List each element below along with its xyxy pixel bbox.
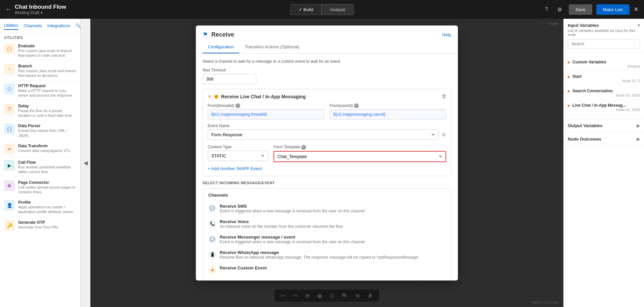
- sidebar-search-icon[interactable]: 🔍: [76, 23, 81, 28]
- custom-variables-item: ▶ Custom Variables [F4464]: [568, 57, 640, 71]
- modal-help-link[interactable]: Help: [442, 32, 451, 37]
- form-template-select[interactable]: Chat_Template: [273, 151, 446, 162]
- whatsapp-channel-name: Receive WhatsApp message: [220, 250, 420, 255]
- form-template-info-icon[interactable]: i: [301, 145, 306, 150]
- voice-channel-desc: An inbound voice on the number from the …: [220, 224, 343, 229]
- sidebar-item-generate-otp[interactable]: 🔑 Generate OTP Generate One Time PIN.: [0, 217, 80, 234]
- flow-name: Chat Inbound Flow: [15, 4, 66, 10]
- help-icon-button[interactable]: ?: [542, 5, 551, 14]
- sidebar-tabs: Utilities Channels Integrations 🔍: [0, 19, 80, 33]
- input-variables-collapse-icon[interactable]: ▾: [638, 23, 640, 28]
- channel-custom-event[interactable]: ★ Receive Custom Event: [208, 263, 445, 277]
- evaluate-icon: { }: [4, 44, 15, 54]
- tab-build[interactable]: ✓ Build: [290, 4, 322, 15]
- modal-tab-transition[interactable]: Transition Actions (Optional): [239, 41, 305, 53]
- max-timeout-input[interactable]: [203, 74, 256, 84]
- threadid-info-icon[interactable]: i: [235, 103, 240, 108]
- start-node-header[interactable]: ▶ Start: [568, 74, 640, 79]
- event-name-group: Event Name Form Response ✕: [208, 123, 446, 140]
- modal-description: Select a channel to wait for a message o…: [203, 59, 451, 64]
- custom-variables-section: ▶ Custom Variables [F4464] ▶ Start Node …: [564, 53, 644, 119]
- from-userid-input[interactable]: [330, 109, 446, 119]
- channel-messenger[interactable]: 💬 Receive Messenger message / event Even…: [208, 232, 445, 247]
- form-template-label: Form Template i: [273, 145, 446, 150]
- from-threadid-label: From(threadid) i: [208, 103, 324, 108]
- modal-header: ⚑ Receive Help: [196, 25, 458, 38]
- back-button[interactable]: ←: [5, 6, 11, 13]
- sidebar-item-branch[interactable]: ⑂ Branch Run custom Java script and bran…: [0, 61, 80, 81]
- sidebar-item-profile[interactable]: 👤 Profile Apply operations on master / a…: [0, 197, 80, 217]
- input-variables-search[interactable]: [568, 39, 640, 49]
- top-bar-tabs: ✓ Build Analyse: [290, 4, 354, 15]
- content-type-row: Content Type STATIC Form Template: [208, 145, 446, 162]
- make-live-button[interactable]: Make Live: [596, 4, 630, 15]
- content-type-label: Content Type: [208, 145, 268, 149]
- sidebar-item-delay[interactable]: ⏱ Delay Pause the flow for a preset dura…: [0, 101, 80, 121]
- profile-icon: 👤: [4, 200, 15, 211]
- branch-desc: Run custom Java script and branch flow b…: [18, 68, 76, 78]
- output-variables-section: Output Variables ▶: [564, 119, 644, 133]
- input-variables-section: Input Variables ▾ List of variables avai…: [564, 19, 644, 53]
- from-threadid-input[interactable]: [208, 109, 324, 119]
- add-inapp-event-button[interactable]: + Add Another INAPP Event: [208, 166, 262, 171]
- search-conversation-header[interactable]: ▶ Search Conversation: [568, 89, 640, 93]
- custom-variables-header[interactable]: ▶ Custom Variables: [568, 60, 640, 64]
- sidebar-item-page-connector[interactable]: ⊕ Page Connector Link nodes spread acros…: [0, 177, 80, 198]
- content-type-select[interactable]: STATIC: [208, 151, 268, 161]
- branch-name: Branch: [18, 64, 76, 68]
- start-node-id: Node ID: 2: [568, 79, 640, 83]
- messenger-channel-icon: 💬: [208, 235, 216, 243]
- sms-channel-name: Receive SMS: [220, 204, 365, 209]
- top-bar-left: ← Chat Inbound Flow Working Draft ▾: [5, 4, 66, 15]
- inapp-collapse-icon[interactable]: ▼: [208, 94, 212, 99]
- inapp-from-row: From(threadid) i From(userId) i: [208, 103, 446, 119]
- sidebar-item-data-parser[interactable]: { } Data Parser Extract key-values from …: [0, 121, 80, 141]
- messenger-channel-desc: Event is triggered when a new message is…: [220, 240, 365, 244]
- inapp-delete-button[interactable]: 🗑: [441, 93, 447, 99]
- messenger-channel-text: Receive Messenger message / event Event …: [220, 235, 365, 244]
- settings-icon-button[interactable]: ⚙: [555, 5, 565, 14]
- node-outcomes-section: Node Outcomes ▶: [564, 133, 644, 146]
- node-outcomes-arrow[interactable]: ▶: [637, 137, 640, 142]
- output-variables-arrow[interactable]: ▶: [637, 123, 640, 128]
- channel-voice[interactable]: 📞 Receive Voice An inbound voice on the …: [208, 216, 445, 232]
- custom-event-channel-name: Receive Custom Event: [220, 265, 267, 270]
- sidebar-tab-channels[interactable]: Channels: [24, 22, 42, 30]
- data-parser-icon: { }: [4, 123, 15, 134]
- profile-desc: Apply operations on master / application…: [18, 205, 76, 214]
- select-incoming-section: SELECT INCOMING MESSAGE/EVENT Channels 💬…: [203, 181, 451, 280]
- channel-sms[interactable]: 💬 Receive SMS Event is triggered when a …: [208, 201, 445, 216]
- sidebar-tab-utilities[interactable]: Utilities: [4, 21, 18, 30]
- custom-variables-id: [F4464]: [568, 64, 640, 68]
- top-bar-right: ? ⚙ Save Make Live ✕: [542, 4, 639, 15]
- live-chat-header[interactable]: ▶ Live Chat / In-App Messag...: [568, 103, 640, 108]
- sidebar-item-evaluate[interactable]: { } Evaluate Run custom java script to b…: [0, 41, 80, 61]
- event-name-select[interactable]: Form Response: [208, 130, 438, 140]
- sidebar-item-http-request[interactable]: ⬡ HTTP Request Make a HTTP request to yo…: [0, 81, 80, 101]
- modal-tab-configuration[interactable]: Configuration: [203, 41, 239, 53]
- whatsapp-channel-icon: 📱: [208, 251, 216, 259]
- voice-channel-icon: 📞: [208, 220, 216, 228]
- userid-info-icon[interactable]: i: [354, 103, 359, 108]
- event-name-clear-button[interactable]: ✕: [441, 131, 446, 139]
- sidebar: Utilities Channels Integrations 🔍 UTILIT…: [0, 19, 81, 307]
- sidebar-tab-integrations[interactable]: Integrations: [47, 22, 70, 30]
- warning-dot-icon: [214, 95, 218, 99]
- call-flow-name: Call Flow: [18, 160, 76, 165]
- sidebar-collapse-button[interactable]: ◀: [81, 19, 90, 307]
- tab-analyse[interactable]: Analyse: [321, 4, 354, 15]
- max-timeout-label: Max Timeout: [203, 68, 451, 72]
- whatsapp-channel-desc: Resume flow on inbound WhatsApp message.…: [220, 255, 420, 260]
- flow-draft-subtitle: Working Draft ▾: [15, 10, 66, 15]
- sidebar-item-call-flow[interactable]: ▶ Call Flow Run another published workfl…: [0, 157, 80, 177]
- content-type-field: Content Type STATIC: [208, 145, 268, 161]
- save-button[interactable]: Save: [569, 4, 592, 15]
- channel-whatsapp[interactable]: 📱 Receive WhatsApp message Resume flow o…: [208, 247, 445, 263]
- modal-tabs: Configuration Transition Actions (Option…: [196, 41, 458, 54]
- page-connector-name: Page Connector: [18, 180, 76, 185]
- from-userid-field: From(userId) i: [330, 103, 446, 119]
- node-outcomes-title: Node Outcomes ▶: [568, 137, 640, 142]
- sidebar-item-data-transform[interactable]: ⇌ Data Transform Convert data using Apac…: [0, 141, 80, 157]
- main-layout: Utilities Channels Integrations 🔍 UTILIT…: [0, 19, 644, 307]
- close-button[interactable]: ✕: [634, 6, 639, 13]
